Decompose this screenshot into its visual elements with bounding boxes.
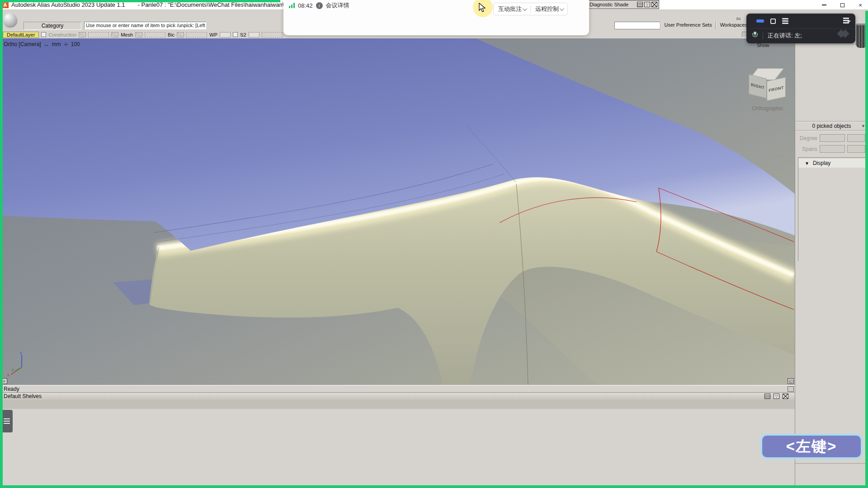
user-preference-sets-button[interactable]: User Preference Sets bbox=[660, 21, 716, 30]
mesh-label: Mesh bbox=[121, 32, 133, 38]
chevron-down-icon[interactable] bbox=[523, 6, 527, 11]
shelf-hamburger-icon[interactable] bbox=[1, 410, 13, 432]
spans-field-2[interactable] bbox=[847, 145, 865, 153]
menu-hamburger-icon[interactable] bbox=[782, 18, 788, 24]
restore-icon[interactable] bbox=[770, 19, 776, 24]
viewport-header: Ortho [Camera] ↔ mm ⊹ 100 bbox=[0, 38, 795, 50]
camera-label[interactable]: Ortho [Camera] bbox=[4, 41, 41, 47]
remote-control-button[interactable]: 远程控制 bbox=[531, 3, 567, 15]
meeting-logo-icon bbox=[840, 31, 848, 38]
shelf-menu-icon[interactable] bbox=[764, 394, 770, 399]
s2-label: S2 bbox=[240, 32, 246, 38]
diagnostic-shade-title: Diagnostic Shade bbox=[590, 2, 628, 7]
document-title: - Panle07 : "E:\Documents\WeChat Files\h… bbox=[138, 1, 289, 8]
window-controls: × bbox=[820, 0, 864, 10]
maximize-icon[interactable] bbox=[838, 1, 846, 9]
layer-placeholder bbox=[186, 32, 207, 38]
speaking-status: 正在讲话: 左; bbox=[768, 32, 802, 40]
menu-icon[interactable] bbox=[637, 2, 643, 7]
meeting-details-link[interactable]: 会议详情 bbox=[326, 1, 349, 9]
prompt-line[interactable]: Use mouse or enter name of item to pick … bbox=[84, 22, 206, 29]
spans-label: Spans bbox=[802, 146, 817, 152]
layer-swatch[interactable] bbox=[135, 32, 142, 38]
spans-field-1[interactable] bbox=[820, 145, 845, 153]
crosshair-icon: ⊹ bbox=[64, 41, 68, 47]
dropdown-caret-icon[interactable]: ▼ bbox=[861, 124, 865, 128]
meeting-time: 08:42 bbox=[298, 2, 313, 9]
view-cube-front-face[interactable]: FRONT bbox=[767, 77, 786, 101]
status-bar: Ready bbox=[0, 385, 795, 392]
layer-swatch[interactable] bbox=[111, 32, 118, 38]
picked-objects-bar[interactable]: 0 picked objects▼ bbox=[795, 121, 868, 131]
shelf-area bbox=[0, 409, 795, 488]
layer-placeholder bbox=[88, 32, 109, 38]
axis-triad: z x y bbox=[6, 351, 38, 378]
category-dropdown[interactable]: Category bbox=[24, 22, 81, 30]
hotkey-indicator: <左键> bbox=[760, 434, 863, 459]
right-panel: 0 picked objects▼ Degree Spans ▼ Display bbox=[795, 38, 868, 488]
status-corner-icon[interactable] bbox=[788, 386, 794, 392]
shelf-tabs bbox=[0, 400, 795, 409]
bic-label: Bic bbox=[168, 32, 175, 38]
minimize-icon[interactable] bbox=[820, 1, 828, 9]
viewport-corner-icon[interactable]: × bbox=[1, 378, 7, 384]
shelf-close-icon[interactable] bbox=[783, 394, 788, 399]
shelf-collapse-icon[interactable]: ▽ bbox=[774, 394, 779, 399]
construction-label: Construction bbox=[48, 32, 76, 38]
layer-checkbox[interactable] bbox=[41, 32, 46, 37]
alias-logo-icon: A bbox=[2, 1, 9, 8]
z-axis-label: z bbox=[20, 351, 22, 355]
zoom-level: 100 bbox=[71, 41, 80, 47]
layer-swatch[interactable] bbox=[79, 32, 86, 38]
annotate-button[interactable]: 互动批注 bbox=[494, 3, 530, 15]
degree-field-2[interactable] bbox=[847, 134, 865, 142]
collapse-panel-icon[interactable]: ▶ bbox=[843, 18, 849, 23]
chevron-down-icon[interactable] bbox=[560, 6, 564, 11]
layer-placeholder bbox=[262, 32, 283, 38]
units-label: mm bbox=[52, 41, 61, 47]
side-input-field[interactable] bbox=[614, 22, 660, 29]
status-ready: Ready bbox=[4, 386, 19, 392]
share-control-strip: 互动批注 远程控制 bbox=[493, 3, 568, 15]
close-panel-icon[interactable] bbox=[651, 2, 657, 7]
display-section-header[interactable]: ▼ Display bbox=[798, 159, 868, 168]
x-axis-label: x bbox=[7, 373, 9, 377]
model-scene bbox=[0, 38, 795, 385]
view-cube[interactable]: RIGHT FRONT Orthographic bbox=[745, 66, 790, 120]
degree-label: Degree bbox=[800, 135, 817, 141]
alias-application-window: A Autodesk Alias AutoStudio 2023 Update … bbox=[0, 0, 868, 488]
resize-arrows-icon: ↔ bbox=[44, 41, 49, 47]
wp-label: WP bbox=[209, 32, 217, 38]
view-cube-right-face[interactable]: RIGHT bbox=[749, 74, 767, 99]
wp-field[interactable] bbox=[220, 32, 231, 38]
app-title: Autodesk Alias AutoStudio 2023 Update 1.… bbox=[11, 1, 125, 8]
collapse-icon[interactable]: ▽ bbox=[644, 2, 650, 7]
display-groupbox: ▼ Display bbox=[798, 157, 868, 261]
meeting-mini-window: ▶ 正在讲话: 左; bbox=[746, 14, 855, 43]
close-icon[interactable]: × bbox=[856, 1, 864, 9]
degree-field-1[interactable] bbox=[820, 134, 845, 142]
y-axis-label: y bbox=[12, 367, 14, 372]
collapse-triangle-icon[interactable]: ▼ bbox=[805, 161, 809, 166]
layer-swatch[interactable] bbox=[177, 32, 184, 38]
3d-viewport[interactable]: Ortho [Camera] ↔ mm ⊹ 100 Show RIGHT FRO… bbox=[0, 38, 795, 385]
s2-field[interactable] bbox=[249, 32, 259, 38]
current-tool-icon[interactable] bbox=[1, 11, 19, 29]
info-icon[interactable]: i bbox=[316, 2, 323, 9]
projection-label: Orthographic bbox=[745, 105, 790, 112]
diagnostic-shade-header[interactable]: Diagnostic Shade ▽ bbox=[588, 0, 659, 9]
default-layer-tab[interactable]: DefaultLayer bbox=[3, 32, 39, 38]
minimize-icon[interactable] bbox=[756, 19, 764, 23]
zu-label: zu bbox=[736, 16, 741, 21]
shelves-title-bar[interactable]: Default Shelves ▽ bbox=[0, 392, 795, 400]
layer-placeholder bbox=[145, 32, 165, 38]
viewport-corner-resize-icon[interactable]: ◱ bbox=[788, 378, 794, 384]
brush-cup-object bbox=[856, 23, 867, 48]
speaker-mic-icon bbox=[752, 32, 758, 40]
panel-bottom-tools bbox=[795, 463, 868, 488]
signal-strength-icon bbox=[289, 3, 295, 8]
layer-checkbox[interactable] bbox=[233, 32, 238, 37]
